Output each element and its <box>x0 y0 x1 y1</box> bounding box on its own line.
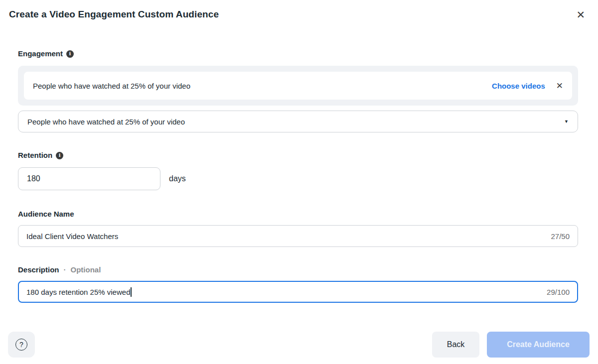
audience-name-label-text: Audience Name <box>18 209 74 219</box>
engagement-label: Engagement i <box>18 49 578 59</box>
audience-name-input[interactable] <box>26 232 545 241</box>
retention-label: Retention i <box>18 150 578 160</box>
dialog-title: Create a Video Engagement Custom Audienc… <box>9 9 219 20</box>
description-optional-text: Optional <box>71 265 101 275</box>
retention-info-icon[interactable]: i <box>56 152 63 159</box>
dialog-content: Engagement i People who have watched at … <box>0 49 598 303</box>
engagement-rule-text: People who have watched at 25% of your v… <box>33 82 492 90</box>
help-button[interactable]: ? <box>8 332 35 358</box>
text-cursor <box>131 287 132 297</box>
create-audience-button[interactable]: Create Audience <box>487 332 590 358</box>
retention-unit-label: days <box>169 174 186 183</box>
dialog-footer: ? Back Create Audience <box>0 332 598 358</box>
engagement-type-dropdown[interactable]: People who have watched at 25% of your v… <box>18 111 578 132</box>
question-mark-icon: ? <box>15 339 27 351</box>
retention-days-input[interactable] <box>18 167 160 190</box>
engagement-label-text: Engagement <box>18 49 63 59</box>
description-label: Description · Optional <box>18 265 578 275</box>
engagement-rule-card: People who have watched at 25% of your v… <box>24 72 572 100</box>
choose-videos-link[interactable]: Choose videos <box>492 82 545 90</box>
back-button[interactable]: Back <box>432 332 479 358</box>
engagement-info-icon[interactable]: i <box>66 50 74 58</box>
retention-label-text: Retention <box>18 150 52 160</box>
retention-row: days <box>18 167 578 190</box>
description-char-counter: 29/100 <box>541 288 570 296</box>
description-label-text: Description <box>18 265 59 275</box>
audience-name-label: Audience Name <box>18 209 578 219</box>
engagement-type-selected-value: People who have watched at 25% of your v… <box>27 118 564 126</box>
description-label-separator: · <box>64 265 66 275</box>
remove-rule-icon[interactable]: ✕ <box>556 82 563 90</box>
description-field[interactable]: 180 days retention 25% viewed 29/100 <box>18 281 578 303</box>
engagement-rule-panel: People who have watched at 25% of your v… <box>18 66 578 106</box>
dialog-header: Create a Video Engagement Custom Audienc… <box>0 0 598 21</box>
description-input-value[interactable]: 180 days retention 25% viewed <box>26 288 130 296</box>
audience-name-char-counter: 27/50 <box>545 232 570 241</box>
audience-name-field[interactable]: 27/50 <box>18 225 578 247</box>
create-audience-dialog: Create a Video Engagement Custom Audienc… <box>0 0 598 364</box>
chevron-down-icon: ▼ <box>564 119 569 124</box>
close-icon[interactable]: ✕ <box>574 9 587 21</box>
